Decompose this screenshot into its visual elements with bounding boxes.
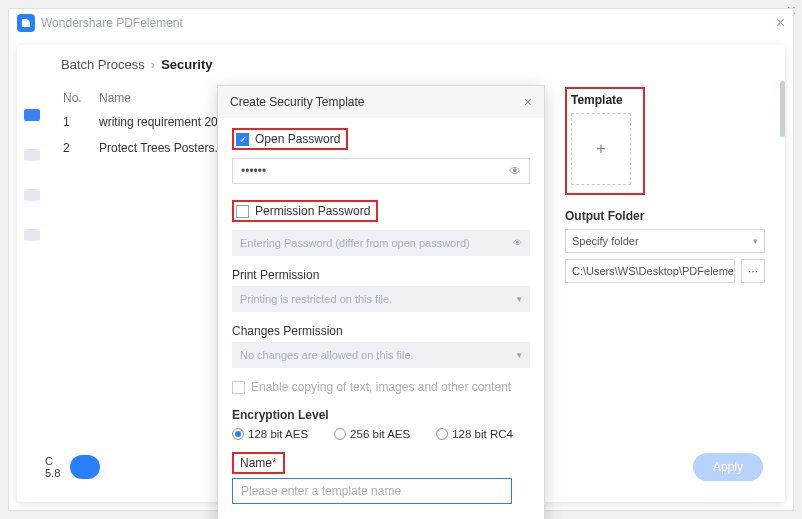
output-folder-select[interactable]: Specify folder ▾	[565, 229, 765, 253]
encryption-options: 128 bit AES 256 bit AES 128 bit RC4	[232, 428, 530, 440]
add-template-button[interactable]: +	[571, 113, 631, 185]
enable-copy-label: Enable copying of text, images and other…	[251, 380, 511, 394]
row-no: 1	[63, 115, 99, 129]
changes-permission-select: No changes are allowed on this file. ▾	[232, 342, 530, 368]
chevron-down-icon: ▾	[517, 294, 522, 304]
eye-icon[interactable]: 👁	[509, 164, 521, 178]
col-no: No.	[63, 91, 99, 105]
enc-128-rc4[interactable]: 128 bit RC4	[436, 428, 513, 440]
add-file-button[interactable]	[70, 455, 100, 479]
left-rail	[17, 79, 47, 502]
browse-button[interactable]: ···	[741, 259, 765, 283]
workspace: Batch Process › Security No. Name 1 writ…	[17, 45, 785, 502]
radio-icon	[232, 428, 244, 440]
status-val: 5.8	[45, 467, 60, 479]
chevron-down-icon: ▾	[753, 236, 758, 246]
row-no: 2	[63, 141, 99, 155]
rail-icon-4[interactable]	[24, 229, 40, 241]
encryption-label: Encryption Level	[232, 408, 530, 422]
permission-password-highlight: Permission Password	[232, 200, 378, 222]
permission-password-input: Entering Password (differ from open pass…	[232, 230, 530, 256]
name-highlight: Name*	[232, 452, 285, 474]
open-password-highlight: ✓ Open Password	[232, 128, 348, 150]
output-folder-label: Output Folder	[565, 209, 765, 223]
app-window: Wondershare PDFelement × Batch Process ›…	[8, 8, 794, 511]
permission-password-label: Permission Password	[255, 204, 370, 218]
rail-icon-2[interactable]	[24, 149, 40, 161]
changes-permission-label: Changes Permission	[232, 324, 530, 338]
open-password-value: ••••••	[241, 164, 266, 178]
apply-button[interactable]: Apply	[693, 453, 763, 481]
modal-title: Create Security Template	[230, 95, 365, 109]
app-logo	[17, 14, 35, 32]
enc-128-aes[interactable]: 128 bit AES	[232, 428, 308, 440]
enc-256-aes[interactable]: 256 bit AES	[334, 428, 410, 440]
print-permission-label: Print Permission	[232, 268, 530, 282]
breadcrumb-current: Security	[161, 57, 212, 72]
breadcrumb: Batch Process › Security	[17, 45, 785, 76]
template-label: Template	[571, 93, 639, 107]
chevron-down-icon: ▾	[517, 350, 522, 360]
titlebar: Wondershare PDFelement ×	[9, 9, 793, 37]
create-security-template-modal: Create Security Template × ✓ Open Passwo…	[217, 85, 545, 519]
open-password-checkbox[interactable]: ✓	[236, 133, 249, 146]
breadcrumb-sep: ›	[151, 57, 155, 72]
scrollbar[interactable]	[780, 81, 785, 137]
name-label: Name	[240, 456, 272, 470]
breadcrumb-root[interactable]: Batch Process	[61, 57, 145, 72]
open-password-label: Open Password	[255, 132, 340, 146]
required-asterisk: *	[272, 456, 277, 470]
right-panel: Template + Output Folder Specify folder …	[565, 79, 765, 283]
rail-icon-1[interactable]	[24, 109, 40, 121]
radio-icon	[436, 428, 448, 440]
rail-icon-3[interactable]	[24, 189, 40, 201]
app-title: Wondershare PDFelement	[41, 16, 183, 30]
enable-copy-checkbox	[232, 381, 245, 394]
template-name-input[interactable]	[232, 478, 512, 504]
eye-icon-disabled: 👁	[513, 238, 522, 248]
modal-close-icon[interactable]: ×	[524, 94, 532, 110]
radio-icon	[334, 428, 346, 440]
status-c: C	[45, 455, 60, 467]
plus-icon: +	[596, 140, 605, 158]
open-password-input[interactable]: •••••• 👁	[232, 158, 530, 184]
output-folder-value: Specify folder	[572, 235, 639, 247]
close-icon[interactable]: ×	[776, 14, 785, 32]
print-permission-select: Printing is restricted on this file. ▾	[232, 286, 530, 312]
permission-password-checkbox[interactable]	[236, 205, 249, 218]
template-section: Template +	[565, 87, 645, 195]
output-path: C:\Users\WS\Desktop\PDFelement\Sec	[565, 259, 735, 283]
